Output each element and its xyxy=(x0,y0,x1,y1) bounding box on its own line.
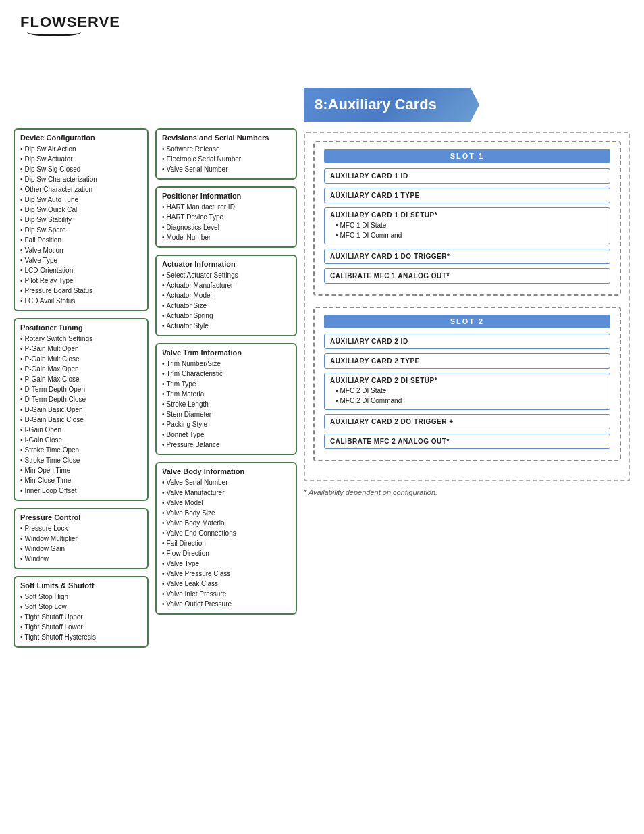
left-box-1-item-6: D-Term Depth Close xyxy=(20,394,142,405)
mid-box-1-item-0: HART Manufacturer ID xyxy=(162,202,290,212)
mid-box-4-item-11: Valve Inlet Pressure xyxy=(162,589,290,599)
mid-box-2-title: Actuator Information xyxy=(162,260,290,268)
mid-box-0-title: Revisions and Serial Numbers xyxy=(162,134,290,142)
left-box-1: Positioner TuningRotary Switch SettingsP… xyxy=(14,318,149,501)
aux1-di-item-2: MFC 1 DI Command xyxy=(336,230,604,240)
mid-box-2-item-0: Select Actuator Settings xyxy=(162,270,290,280)
mid-box-3-item-1: Trim Characteristic xyxy=(162,369,290,379)
aux2-di-setup-title: AUXILIARY CARD 2 DI SETUP* xyxy=(330,377,604,384)
left-box-0-item-5: Dip Sw Auto Tune xyxy=(20,194,142,205)
aux2-id-field: AUXILIARY CARD 2 ID xyxy=(324,334,610,349)
mid-box-3: Valve Trim InformationTrim Number/SizeTr… xyxy=(155,343,297,455)
mid-box-3-item-3: Trim Material xyxy=(162,389,290,399)
left-box-0: Device ConfigurationDip Sw Air ActionDip… xyxy=(14,128,149,311)
aux2-di-item-1: MFC 2 DI State xyxy=(336,386,604,396)
left-box-1-item-11: Stroke Time Open xyxy=(20,445,142,455)
mid-box-0: Revisions and Serial NumbersSoftware Rel… xyxy=(155,128,297,180)
left-box-0-item-1: Dip Sw Actuator xyxy=(20,154,142,164)
mid-box-4-item-3: Valve Body Size xyxy=(162,508,290,518)
mid-box-4-item-5: Valve End Connections xyxy=(162,528,290,538)
left-box-0-item-14: Pressure Board Status xyxy=(20,286,142,296)
mid-box-3-item-2: Trim Type xyxy=(162,379,290,389)
mid-box-2-list: Select Actuator SettingsActuator Manufac… xyxy=(162,270,290,331)
logo-area: FLOWSERVE xyxy=(20,14,120,36)
availability-note: * Availability dependent on configuratio… xyxy=(304,488,630,496)
left-box-0-item-6: Dip Sw Quick Cal xyxy=(20,205,142,215)
aux1-di-setup-box: AUXILIARY CARD 1 DI SETUP* MFC 1 DI Stat… xyxy=(324,207,610,244)
aux-title-banner: 8:Auxiliary Cards xyxy=(304,88,479,122)
aux1-di-setup-list: MFC 1 DI State MFC 1 DI Command xyxy=(330,220,604,240)
mid-box-4-item-2: Valve Model xyxy=(162,498,290,508)
aux1-calibrate-field: CALIBRATE MFC 1 ANALOG OUT* xyxy=(324,268,610,284)
aux2-di-item-2: MFC 2 DI Command xyxy=(336,396,604,406)
mid-box-0-item-0: Software Release xyxy=(162,144,290,154)
aux2-di-setup-list: MFC 2 DI State MFC 2 DI Command xyxy=(330,386,604,406)
slot1-header: SLOT 1 xyxy=(324,149,610,163)
left-box-1-item-12: Stroke Time Close xyxy=(20,455,142,465)
mid-box-3-item-8: Pressure Balance xyxy=(162,440,290,450)
aux1-di-setup-title: AUXILIARY CARD 1 DI SETUP* xyxy=(330,211,604,219)
left-box-0-item-13: Pilot Relay Type xyxy=(20,276,142,286)
mid-box-4-item-7: Flow Direction xyxy=(162,548,290,558)
middle-column: Revisions and Serial NumbersSoftware Rel… xyxy=(155,128,297,621)
left-box-1-list: Rotary Switch SettingsP-Gain Mult OpenP-… xyxy=(20,334,142,496)
mid-box-3-item-4: Stroke Length xyxy=(162,399,290,409)
aux1-di-item-1: MFC 1 DI State xyxy=(336,220,604,230)
left-box-0-item-8: Dip Sw Spare xyxy=(20,225,142,235)
left-box-1-item-4: P-Gain Max Close xyxy=(20,374,142,384)
left-box-0-item-12: LCD Orientation xyxy=(20,265,142,276)
left-box-2: Pressure ControlPressure LockWindow Mult… xyxy=(14,508,149,569)
mid-box-3-item-7: Bonnet Type xyxy=(162,429,290,440)
right-column: 8:Auxiliary Cards SLOT 1 AUXILIARY CARD … xyxy=(304,88,630,496)
left-box-0-list: Dip Sw Air ActionDip Sw ActuatorDip Sw S… xyxy=(20,144,142,306)
mid-box-2-item-3: Actuator Size xyxy=(162,301,290,311)
slot2-container: SLOT 2 AUXILIARY CARD 2 ID AUXILIARY CAR… xyxy=(313,307,621,461)
left-box-2-item-1: Window Multiplier xyxy=(20,533,142,544)
left-box-1-title: Positioner Tuning xyxy=(20,323,142,332)
aux1-type-field: AUXILIARY CARD 1 TYPE xyxy=(324,188,610,203)
left-box-2-title: Pressure Control xyxy=(20,513,142,521)
logo-text: FLOWSERVE xyxy=(20,14,120,31)
left-box-3-item-1: Soft Stop Low xyxy=(20,602,142,612)
mid-box-4-title: Valve Body Information xyxy=(162,467,290,475)
mid-box-4-item-4: Valve Body Material xyxy=(162,518,290,528)
left-box-1-item-10: I-Gain Close xyxy=(20,435,142,445)
aux1-do-trigger-field: AUXILIARY CARD 1 DO TRIGGER* xyxy=(324,249,610,264)
left-box-1-item-13: Min Open Time xyxy=(20,465,142,475)
mid-box-4-item-10: Valve Leak Class xyxy=(162,579,290,589)
mid-box-4-item-12: Valve Outlet Pressure xyxy=(162,599,290,609)
slot1-container: SLOT 1 AUXILIARY CARD 1 ID AUXILIARY CAR… xyxy=(313,141,621,296)
left-box-1-item-9: I-Gain Open xyxy=(20,425,142,435)
aux2-di-setup-box: AUXILIARY CARD 2 DI SETUP* MFC 2 DI Stat… xyxy=(324,373,610,410)
left-box-0-item-10: Valve Motion xyxy=(20,245,142,255)
left-box-2-item-3: Window xyxy=(20,554,142,564)
left-box-1-item-7: D-Gain Basic Open xyxy=(20,405,142,415)
mid-box-1-list: HART Manufacturer IDHART Device TypeDiag… xyxy=(162,202,290,242)
mid-box-1-title: Positioner Information xyxy=(162,192,290,200)
mid-box-2-item-5: Actuator Style xyxy=(162,321,290,331)
mid-box-0-item-1: Electronic Serial Number xyxy=(162,154,290,164)
left-box-3: Soft Limits & ShutoffSoft Stop HighSoft … xyxy=(14,576,149,648)
mid-box-3-list: Trim Number/SizeTrim CharacteristicTrim … xyxy=(162,359,290,450)
mid-box-4-list: Valve Serial NumberValve ManufacturerVal… xyxy=(162,477,290,609)
left-box-2-list: Pressure LockWindow MultiplierWindow Gai… xyxy=(20,523,142,564)
mid-box-3-item-5: Stem Diameter xyxy=(162,409,290,419)
left-box-1-item-1: P-Gain Mult Open xyxy=(20,344,142,354)
mid-box-4: Valve Body InformationValve Serial Numbe… xyxy=(155,462,297,615)
left-box-1-item-3: P-Gain Max Open xyxy=(20,364,142,374)
mid-box-2-item-4: Actuator Spring xyxy=(162,311,290,321)
left-box-0-item-3: Dip Sw Characterization xyxy=(20,174,142,184)
mid-box-4-item-6: Fail Direction xyxy=(162,538,290,548)
mid-box-1-item-2: Diagnostics Level xyxy=(162,222,290,232)
aux2-type-field: AUXILIARY CARD 2 TYPE xyxy=(324,353,610,369)
left-box-0-title: Device Configuration xyxy=(20,134,142,142)
left-box-0-item-11: Valve Type xyxy=(20,255,142,265)
slot2-header: SLOT 2 xyxy=(324,315,610,328)
left-box-3-item-3: Tight Shutoff Lower xyxy=(20,622,142,632)
mid-box-1: Positioner InformationHART Manufacturer … xyxy=(155,186,297,248)
left-box-3-list: Soft Stop HighSoft Stop LowTight Shutoff… xyxy=(20,592,142,642)
left-box-3-item-0: Soft Stop High xyxy=(20,592,142,602)
left-box-3-item-2: Tight Shutoff Upper xyxy=(20,612,142,622)
left-box-0-item-9: Fail Position xyxy=(20,235,142,245)
left-box-1-item-15: Inner Loop Offset xyxy=(20,486,142,496)
